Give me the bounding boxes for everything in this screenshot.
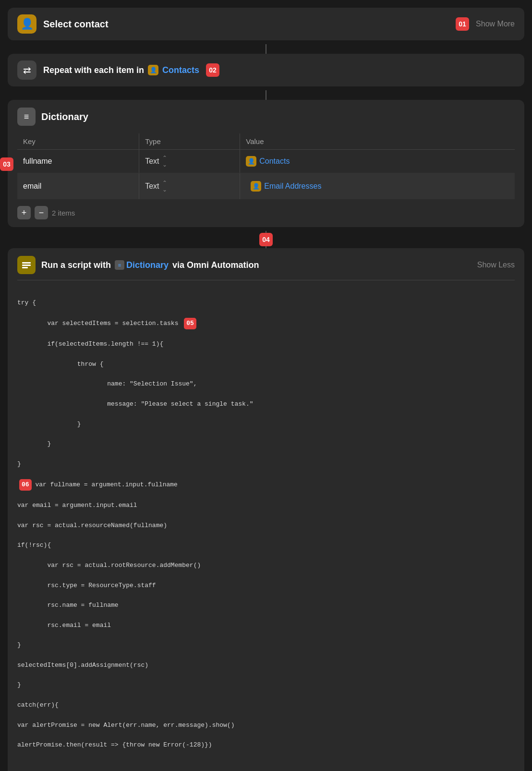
dict-row-fullname: fullname Text ⌃⌄ 👤 Contacts xyxy=(17,150,515,173)
value-email: 👤 Email Addresses xyxy=(240,173,515,200)
select-contact-title: Select contact xyxy=(43,19,449,30)
script-title-after: via Omni Automation xyxy=(172,260,259,270)
badge-03: 03 xyxy=(0,157,13,171)
badge-06: 06 xyxy=(19,479,32,491)
repeat-icon: ⇄ xyxy=(17,60,36,80)
contact-icon: 👤 xyxy=(17,14,36,34)
select-contact-block: 👤 Select contact 01 Show More xyxy=(8,8,524,40)
svg-rect-2 xyxy=(22,267,28,268)
chevron-updown-icon-2[interactable]: ⌃⌄ xyxy=(162,180,167,193)
dict-row-email: email Text ⌃⌄ 👤 Email Addresses xyxy=(17,173,515,200)
repeat-text-before: Repeat with each item in xyxy=(43,65,144,75)
connector-1 xyxy=(8,44,524,54)
connector-line xyxy=(266,44,266,54)
dictionary-block: ≡ Dictionary 03 Key Type Value fullname xyxy=(8,100,524,227)
badge-02: 02 xyxy=(206,63,219,77)
items-count: 2 items xyxy=(52,209,75,217)
type-fullname: Text ⌃⌄ xyxy=(139,150,240,173)
col-type: Type xyxy=(139,133,240,150)
contacts-icon-row2: 👤 xyxy=(251,181,261,192)
connector-line-2 xyxy=(266,90,266,100)
list-icon: ≡ xyxy=(17,108,36,126)
script-title-before: Run a script with xyxy=(41,260,111,270)
svg-rect-1 xyxy=(22,265,31,266)
show-more-button[interactable]: Show More xyxy=(476,20,515,28)
code-block: try { var selectedItems = selection.task… xyxy=(17,288,515,771)
col-key: Key xyxy=(17,133,139,150)
dictionary-title: Dictionary xyxy=(41,111,88,122)
value-fullname: 👤 Contacts xyxy=(240,150,515,173)
connector-2 xyxy=(8,90,524,100)
svg-rect-0 xyxy=(22,262,31,264)
contacts-icon-small: 👤 xyxy=(148,65,158,75)
dict-icon-small: ≡ xyxy=(115,260,124,270)
contacts-icon-row1: 👤 xyxy=(246,156,256,167)
key-email: email xyxy=(17,173,139,200)
key-fullname: fullname xyxy=(17,150,139,173)
script-title: Run a script with ≡ Dictionary via Omni … xyxy=(41,260,472,270)
type-email: Text ⌃⌄ xyxy=(139,173,240,200)
repeat-text: Repeat with each item in 👤 Contacts xyxy=(43,65,199,75)
connector-badge-04: 04 xyxy=(8,231,524,248)
show-less-button[interactable]: Show Less xyxy=(477,261,515,269)
script-icon xyxy=(17,256,36,274)
contacts-link[interactable]: Contacts xyxy=(162,65,199,75)
script-block: Run a script with ≡ Dictionary via Omni … xyxy=(8,248,524,771)
chevron-updown-icon[interactable]: ⌃⌄ xyxy=(162,155,167,168)
add-item-button[interactable]: + xyxy=(17,206,31,219)
badge-04: 04 xyxy=(259,233,273,246)
badge-05: 05 xyxy=(184,318,196,329)
repeat-block: ⇄ Repeat with each item in 👤 Contacts 02 xyxy=(8,54,524,86)
col-value: Value xyxy=(240,133,515,150)
remove-item-button[interactable]: − xyxy=(35,206,48,219)
dictionary-link[interactable]: ≡ Dictionary xyxy=(115,260,169,270)
dictionary-table: Key Type Value fullname Text ⌃⌄ xyxy=(17,133,515,199)
badge-01: 01 xyxy=(456,17,469,31)
